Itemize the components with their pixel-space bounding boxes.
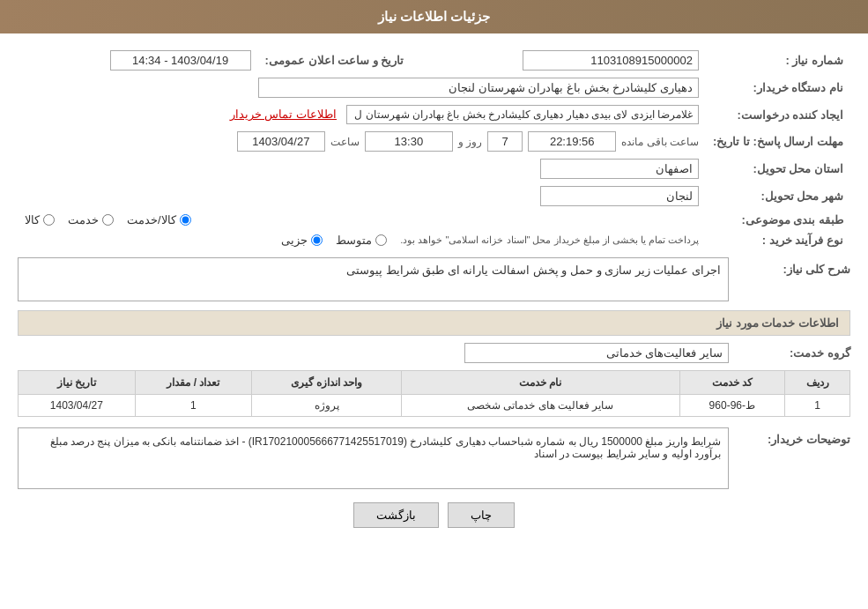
description-container: اجرای عملیات زیر سازی و حمل و پخش اسفالت… xyxy=(18,257,729,301)
service-group-row: گروه خدمت: سایر فعالیت‌های خدماتی xyxy=(18,343,850,363)
need-number-label: شماره نیاز : xyxy=(706,47,850,74)
purchase-jozi-label: جزیی xyxy=(281,234,308,247)
button-row: چاپ بازگشت xyxy=(18,502,850,528)
purchase-mottavas-label: متوسط xyxy=(336,234,372,247)
deadline-label: مهلت ارسال پاسخ: تا تاریخ: xyxy=(706,128,850,155)
col-name: نام خدمت xyxy=(402,371,680,395)
service-group-label: گروه خدمت: xyxy=(736,346,850,360)
category-kala-khedmat-input[interactable] xyxy=(180,214,191,226)
province-label: استان محل تحویل: xyxy=(706,155,850,182)
need-number-value: 1103108915000002 xyxy=(411,47,706,74)
deadline-day-label: روز و xyxy=(458,136,482,148)
purchase-jozi-input[interactable] xyxy=(311,234,323,246)
service-group-value: سایر فعالیت‌های خدماتی xyxy=(464,343,729,363)
page-wrapper: جزئیات اطلاعات نیاز شماره نیاز : 1103108… xyxy=(0,0,868,609)
city-label: شهر محل تحویل: xyxy=(706,182,850,210)
col-qty: تعداد / مقدار xyxy=(135,371,252,395)
need-number-box: 1103108915000002 xyxy=(523,50,699,71)
services-table: ردیف کد خدمت نام خدمت واحد اندازه گیری ت… xyxy=(18,370,850,417)
category-khedmat-label: خدمت xyxy=(68,213,99,227)
deadline-time-label: ساعت xyxy=(330,136,360,148)
buyer-org-label: نام دستگاه خریدار: xyxy=(706,74,850,101)
deadline-days: 7 xyxy=(487,131,523,152)
col-code: کد خدمت xyxy=(679,371,784,395)
basic-info-table: شماره نیاز : 1103108915000002 تاریخ و سا… xyxy=(18,47,850,250)
creator-label: ایجاد کننده درخواست: xyxy=(706,101,850,128)
purchase-jozi-radio[interactable]: جزیی xyxy=(281,234,323,247)
description-row: شرح کلی نیاز: اجرای عملیات زیر سازی و حم… xyxy=(18,257,850,301)
city-value: لنجان xyxy=(540,186,699,206)
purchase-type-label: نوع فرآیند خرید : xyxy=(706,230,850,250)
category-kala-label: کالا xyxy=(25,213,40,227)
col-row: ردیف xyxy=(785,371,850,395)
deadline-remaining-label: ساعت باقی مانده xyxy=(621,136,699,148)
category-radio-group: کالا خدمت کالا/خدمت xyxy=(25,213,699,227)
description-label: شرح کلی نیاز: xyxy=(736,257,850,276)
page-header: جزئیات اطلاعات نیاز xyxy=(0,0,868,33)
deadline-remaining: 22:19:56 xyxy=(528,131,616,152)
back-button[interactable]: بازگشت xyxy=(353,502,439,528)
table-row: 1 ط-96-960 سایر فعالیت های خدماتی شخصی پ… xyxy=(19,395,850,417)
category-kala-input[interactable] xyxy=(43,214,55,226)
announce-date-value: 1403/04/19 - 14:34 xyxy=(18,47,258,74)
services-section-title: اطلاعات خدمات مورد نیاز xyxy=(18,310,850,336)
page-title: جزئیات اطلاعات نیاز xyxy=(378,9,490,24)
category-khedmat-radio[interactable]: خدمت xyxy=(68,213,114,227)
deadline-time: 13:30 xyxy=(365,131,453,152)
cell-qty: 1 xyxy=(135,395,252,417)
deadline-date: 1403/04/27 xyxy=(237,131,325,152)
print-button[interactable]: چاپ xyxy=(448,502,515,528)
cell-name: سایر فعالیت های خدماتی شخصی xyxy=(402,395,680,417)
cell-unit: پروژه xyxy=(252,395,402,417)
category-label: طبقه بندی موضوعی: xyxy=(706,210,850,230)
col-unit: واحد اندازه گیری xyxy=(252,371,402,395)
buyer-desc-value: شرایط واریز مبلغ 1500000 ریال به شماره ش… xyxy=(18,427,729,489)
announce-date-box: 1403/04/19 - 14:34 xyxy=(110,50,251,71)
purchase-type-radio-group: جزیی متوسط xyxy=(281,234,387,247)
announce-date-label: تاریخ و ساعت اعلان عمومی: xyxy=(258,47,412,74)
category-kala-khedmat-label: کالا/خدمت xyxy=(127,213,176,227)
cell-date: 1403/04/27 xyxy=(19,395,136,417)
creator-contact-link[interactable]: اطلاعات تماس خریدار xyxy=(230,108,337,121)
description-value: اجرای عملیات زیر سازی و حمل و پخش اسفالت… xyxy=(18,257,729,301)
buyer-org-value: دهیاری کلیشادرخ بخش باغ بهادران شهرستان … xyxy=(258,78,699,98)
category-kala-radio[interactable]: کالا xyxy=(25,213,55,227)
main-content: شماره نیاز : 1103108915000002 تاریخ و سا… xyxy=(0,33,868,550)
category-khedmat-input[interactable] xyxy=(102,214,114,226)
buyer-desc-row: توضیحات خریدار: شرایط واریز مبلغ 1500000… xyxy=(18,427,850,489)
purchase-mottavas-input[interactable] xyxy=(375,234,387,246)
province-value: اصفهان xyxy=(540,159,699,179)
buyer-desc-container: شرایط واریز مبلغ 1500000 ریال به شماره ش… xyxy=(18,427,729,489)
cell-code: ط-96-960 xyxy=(679,395,784,417)
col-date: تاریخ نیاز xyxy=(19,371,136,395)
purchase-type-note: پرداخت تمام یا بخشی از مبلغ خریداز محل "… xyxy=(400,234,699,246)
buyer-desc-label: توضیحات خریدار: xyxy=(736,427,850,446)
cell-row: 1 xyxy=(785,395,850,417)
purchase-mottavas-radio[interactable]: متوسط xyxy=(336,234,387,247)
creator-value: غلامرضا ایزدی لای بیدی دهیار دهیاری کلیش… xyxy=(346,105,699,124)
category-kala-khedmat-radio[interactable]: کالا/خدمت xyxy=(127,213,191,227)
